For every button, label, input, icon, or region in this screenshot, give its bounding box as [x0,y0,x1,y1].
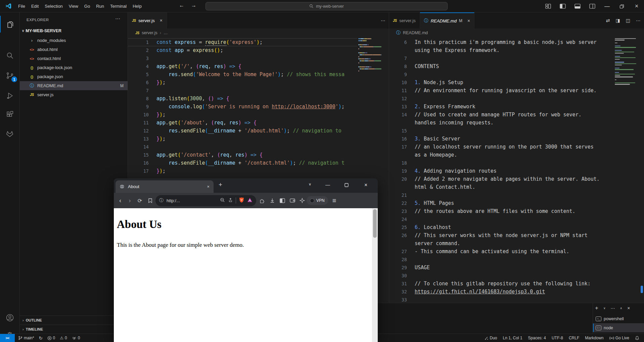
readme-line[interactable]: 12 [389,95,614,103]
terminal-tab-node[interactable]: C:\node [593,323,644,332]
sidebar-toggle-icon[interactable] [280,198,285,203]
vpn-button[interactable]: VPN [307,196,328,205]
downloads-icon[interactable] [270,198,275,203]
code-line[interactable]: 14 [128,143,357,151]
readme-line[interactable]: using the Express framework. [389,46,614,54]
bookmark-icon[interactable] [148,198,152,203]
code-line[interactable]: 11app.get('/about', (req, res) => { [128,119,357,127]
readme-line[interactable]: 11// An environment for running javascri… [389,87,614,95]
editor-more-actions-icon[interactable]: ⋯ [636,18,641,23]
readme-line[interactable]: 14// Used to create and manage HTTP rout… [389,111,614,119]
readme-line[interactable]: 194. Adding navigation routes [389,167,614,175]
browser-reload-icon[interactable]: ⟳ [138,197,142,204]
leo-ai-sparkle-icon[interactable] [300,198,305,203]
explorer-more-actions-icon[interactable]: ⋯ [115,16,120,22]
toggle-secondary-sidebar-icon[interactable] [585,0,600,12]
readme-line[interactable]: 31// To clone this gitlab repository use… [389,280,614,288]
readme-line[interactable]: 32https://git.fhict.nl/I461683/nodejsp3.… [389,288,614,296]
status-item-bell[interactable] [635,336,639,340]
source-control-activity-icon[interactable]: 1 [0,67,19,84]
browser-back-icon[interactable]: ‹ [119,197,121,204]
new-terminal-icon[interactable]: + [595,305,598,311]
status-item-utf-8[interactable]: UTF-8 [552,336,563,340]
close-tab-icon[interactable]: × [467,18,470,23]
code-line[interactable]: 10}); [128,111,357,119]
brave-shield-icon[interactable] [239,197,244,204]
code-line[interactable]: 17}); [128,167,357,175]
browser-maximize-icon[interactable] [344,183,349,188]
readme-line[interactable]: 18 [389,159,614,167]
status-item-main-[interactable]: main* [18,336,34,340]
terminal-tab-powershell[interactable]: >_powershell [593,314,644,323]
split-editor-icon[interactable]: ◫ [626,18,630,23]
remote-indicator[interactable]: >< [0,334,15,342]
readme-line[interactable]: server command. [389,239,614,247]
window-minimize-icon[interactable]: — [600,0,614,12]
open-preview-icon[interactable]: ◨ [616,18,620,23]
file-item-package-json[interactable]: {}package.json [20,72,128,81]
menu-item-run[interactable]: Run [93,2,107,10]
outline-section[interactable]: › OUTLINE [20,316,128,325]
readme-line[interactable]: 20// Added 2 more navigate able pages wi… [389,175,614,183]
tab-search-chevron-icon[interactable]: ∨ [309,182,311,186]
extensions-puzzle-icon[interactable] [259,198,265,204]
menu-item-go[interactable]: Go [81,2,93,10]
readme-line[interactable]: handles incoming requests. [389,119,614,127]
status-item-sync[interactable]: ↻ [39,336,43,341]
readme-line[interactable]: as a Homepage. [389,151,614,159]
readme-line[interactable]: 21 [389,191,614,199]
readme-line[interactable]: 17// an localhost server running on the … [389,143,614,151]
status-item-0[interactable]: ⚠0 [60,336,67,340]
status-item-0[interactable]: 0 [47,336,55,340]
wallet-icon[interactable] [290,198,295,203]
readme-line[interactable]: 8CONTENTS [389,62,614,70]
readme-line[interactable]: 15 [389,127,614,135]
editor-group-divider[interactable] [389,12,389,334]
file-item-about-html[interactable]: <>about.html [20,45,128,54]
timeline-section[interactable]: › TIMELINE [20,325,128,334]
nav-forward-icon[interactable]: → [191,2,196,8]
file-item-server-js[interactable]: JSserver.js [20,90,128,99]
accounts-icon[interactable] [0,309,19,326]
editor-more-actions-icon[interactable]: ⋯ [381,18,385,23]
extensions-activity-icon[interactable] [0,106,19,123]
new-tab-icon[interactable]: + [219,181,222,188]
explorer-activity-icon[interactable] [0,16,19,33]
tab-serverjs-left[interactable]: JS server.js × [128,12,167,28]
address-bar[interactable]: ⓘ http:/... [155,195,256,206]
readme-line[interactable]: 256. Localhost [389,223,614,231]
status-item-markdown[interactable]: Markdown [585,336,603,340]
site-info-icon[interactable]: ⓘ [159,197,164,204]
browser-scrollbar[interactable] [372,208,378,342]
command-center[interactable]: my-web-server [205,2,448,10]
zoom-out-icon[interactable] [220,197,225,204]
breadcrumb-left[interactable]: JS server.js › … [128,28,389,37]
code-line[interactable]: 7 [128,87,357,95]
status-item-crlf[interactable]: CRLF [569,336,579,340]
window-close-icon[interactable]: × [629,0,644,12]
code-line[interactable]: 8app.listen(3000, () => { [128,95,357,103]
readme-line[interactable]: html & Contact.html. [389,183,614,191]
tab-serverjs-right[interactable]: JS server.js [389,12,420,28]
menu-item-file[interactable]: File [15,2,28,10]
browser-forward-icon[interactable]: › [129,197,131,204]
code-line[interactable]: 12 res.sendFile(__dirname + '/about.html… [128,127,357,135]
tab-close-icon[interactable]: × [207,184,210,189]
readme-line[interactable]: 7 [389,54,614,62]
file-item-README-md[interactable]: ⓘREADME.mdM [20,81,128,90]
code-line[interactable]: 2const app = express(); [128,46,357,54]
readme-line[interactable]: 23// the routes above are HTML files wit… [389,207,614,215]
menu-item-edit[interactable]: Edit [28,2,42,10]
readme-line[interactable]: 163. Basic Server [389,135,614,143]
readme-line[interactable]: 9 [389,70,614,78]
nav-back-icon[interactable]: ← [179,2,184,8]
readme-line[interactable]: 27- This command can be activated using … [389,247,614,255]
file-item-contact-html[interactable]: <>contact.html [20,54,128,63]
file-item-node_modules[interactable]: ›node_modules [20,36,128,45]
browser-tab-about[interactable]: About × [116,180,214,193]
code-line[interactable]: 3 [128,54,357,62]
minimap-right[interactable] [614,28,639,334]
code-line[interactable]: 4app.get('/', (req, res) => { [128,62,357,70]
breadcrumb-right[interactable]: ⓘ README.md [389,28,644,37]
menu-item-view[interactable]: View [66,2,81,10]
